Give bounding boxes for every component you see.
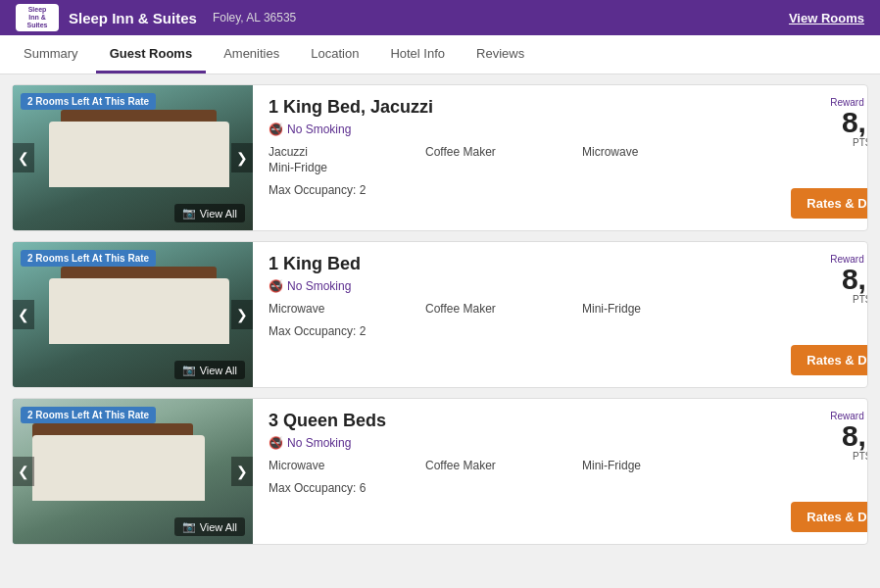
room-details-3: 3 Queen Beds 🚭 No Smoking Microwave Coff…: [253, 399, 755, 544]
room-title-3: 3 Queen Beds: [269, 411, 739, 431]
pts-number-2: 8,000: [842, 263, 868, 295]
no-smoking-label-1: No Smoking: [287, 122, 351, 136]
camera-icon-1: 📷: [182, 207, 196, 220]
amenity-fridge-2: Mini-Fridge: [582, 302, 739, 316]
header-left: SleepInn & Suites Sleep Inn & Suites Fol…: [16, 4, 296, 31]
image-prev-3[interactable]: ❮: [13, 457, 34, 486]
image-prev-1[interactable]: ❮: [13, 143, 34, 172]
view-all-label-2: View All: [200, 365, 237, 376]
amenity-coffee-2: Coffee Maker: [425, 302, 582, 316]
room-card-3: 2 Rooms Left At This Rate ❮ ❯ 📷 View All…: [12, 398, 868, 545]
hotel-location: Foley, AL 36535: [213, 11, 296, 24]
no-smoking-label-3: No Smoking: [287, 436, 351, 450]
room-card-1: 2 Rooms Left At This Rate ❮ ❯ 📷 View All…: [12, 84, 868, 231]
max-occupancy-2: Max Occupancy: 2: [269, 324, 739, 338]
no-smoking-icon-3: 🚭: [269, 436, 283, 450]
nav-hotel-info[interactable]: Hotel Info: [376, 36, 459, 74]
pts-per-night-1: PTS Per Night: [830, 137, 868, 148]
no-smoking-label-2: No Smoking: [287, 279, 351, 293]
amenities-grid-3: Microwave Coffee Maker Mini-Fridge: [269, 459, 739, 472]
max-occupancy-1: Max Occupancy: 2: [269, 183, 739, 197]
no-smoking-icon-2: 🚭: [269, 279, 283, 293]
room-image-section-3: 2 Rooms Left At This Rate ❮ ❯ 📷 View All: [13, 399, 253, 544]
room-badge-3: 2 Rooms Left At This Rate: [21, 407, 156, 423]
room-title-2: 1 King Bed: [269, 254, 739, 274]
no-smoking-icon-1: 🚭: [269, 122, 283, 136]
nav-guest-rooms[interactable]: Guest Rooms: [96, 36, 207, 74]
amenity-coffee-3: Coffee Maker: [425, 459, 582, 472]
nav-location[interactable]: Location: [297, 36, 372, 74]
amenity-fridge-3: Mini-Fridge: [582, 459, 739, 472]
logo: SleepInn & Suites: [16, 4, 59, 31]
main-content: 2 Rooms Left At This Rate ❮ ❯ 📷 View All…: [0, 74, 880, 555]
pts-block-1: 8,000: [830, 108, 868, 137]
pts-number-3: 8,000: [842, 419, 868, 452]
amenity-coffee-maker: Coffee Maker: [425, 145, 582, 159]
nav-reviews[interactable]: Reviews: [463, 36, 538, 74]
amenity-microwave-3: Microwave: [269, 459, 425, 472]
room-details-2: 1 King Bed 🚭 No Smoking Microwave Coffee…: [253, 242, 755, 387]
logo-text: SleepInn & Suites: [21, 6, 54, 28]
image-next-3[interactable]: ❯: [231, 457, 253, 486]
rates-btn-2[interactable]: Rates & Details: [791, 345, 868, 375]
no-smoking-3: 🚭 No Smoking: [269, 436, 739, 450]
header: SleepInn & Suites Sleep Inn & Suites Fol…: [0, 0, 880, 35]
amenity-microwave-2: Microwave: [269, 302, 425, 316]
pts-per-night-2: PTS Per Night: [830, 294, 868, 305]
nav-amenities[interactable]: Amenities: [210, 36, 293, 74]
view-all-label-3: View All: [200, 521, 237, 533]
room-badge-1: 2 Rooms Left At This Rate: [21, 93, 156, 110]
camera-icon-2: 📷: [182, 364, 196, 376]
amenity-microwave: Microwave: [582, 145, 739, 159]
camera-icon-3: 📷: [182, 520, 196, 533]
amenity-jacuzzi: Jacuzzi: [269, 145, 425, 159]
rates-btn-1[interactable]: Rates & Details: [791, 188, 868, 219]
view-all-btn-1[interactable]: 📷 View All: [174, 204, 245, 222]
no-smoking-1: 🚭 No Smoking: [269, 122, 739, 136]
hotel-name: Sleep Inn & Suites: [69, 10, 197, 26]
max-occupancy-3: Max Occupancy: 6: [269, 481, 739, 495]
image-next-2[interactable]: ❯: [231, 300, 253, 329]
room-pricing-2: Reward Night From 8,000 PTS Per Night Ra…: [755, 242, 868, 387]
room-image-section-2: 2 Rooms Left At This Rate ❮ ❯ 📷 View All: [13, 242, 253, 387]
nav-summary[interactable]: Summary: [10, 36, 92, 74]
amenities-grid-1: Jacuzzi Coffee Maker Microwave Mini-Frid…: [269, 145, 739, 174]
amenity-mini-fridge: Mini-Fridge: [269, 161, 425, 174]
pts-block-2: 8,000: [830, 265, 868, 294]
view-all-label-1: View All: [200, 208, 237, 220]
room-details-1: 1 King Bed, Jacuzzi 🚭 No Smoking Jacuzzi…: [253, 85, 755, 230]
room-pricing-3: Reward Night From 8,000 PTS Per Night Ra…: [755, 399, 868, 544]
view-rooms-link[interactable]: View Rooms: [789, 11, 864, 25]
pts-number-1: 8,000: [842, 106, 868, 138]
no-smoking-2: 🚭 No Smoking: [269, 279, 739, 293]
pts-per-night-3: PTS Per Night: [830, 451, 868, 462]
pts-block-3: 8,000: [830, 421, 868, 451]
view-all-btn-3[interactable]: 📷 View All: [174, 517, 245, 536]
room-image-section-1: 2 Rooms Left At This Rate ❮ ❯ 📷 View All: [13, 85, 253, 230]
view-all-btn-2[interactable]: 📷 View All: [174, 361, 245, 379]
image-next-1[interactable]: ❯: [231, 143, 253, 172]
nav: Summary Guest Rooms Amenities Location H…: [0, 35, 880, 74]
room-title-1: 1 King Bed, Jacuzzi: [269, 97, 739, 118]
room-badge-2: 2 Rooms Left At This Rate: [21, 250, 156, 267]
room-pricing-1: Reward Night From 8,000 PTS Per Night Ra…: [755, 85, 868, 230]
image-prev-2[interactable]: ❮: [13, 300, 34, 329]
room-card-2: 2 Rooms Left At This Rate ❮ ❯ 📷 View All…: [12, 241, 868, 388]
rates-btn-3[interactable]: Rates & Details: [791, 502, 868, 532]
amenities-grid-2: Microwave Coffee Maker Mini-Fridge: [269, 302, 739, 316]
